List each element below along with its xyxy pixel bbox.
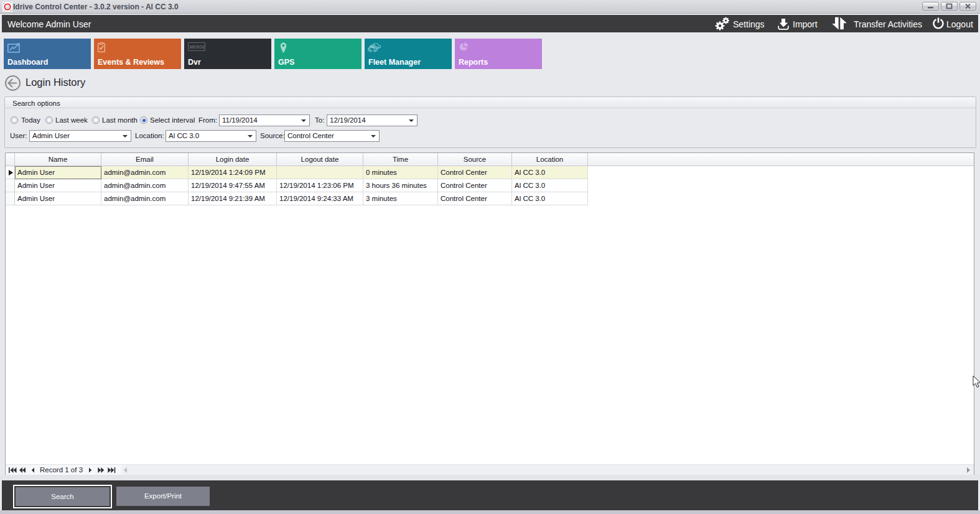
svg-text:MERGE: MERGE (190, 44, 205, 49)
